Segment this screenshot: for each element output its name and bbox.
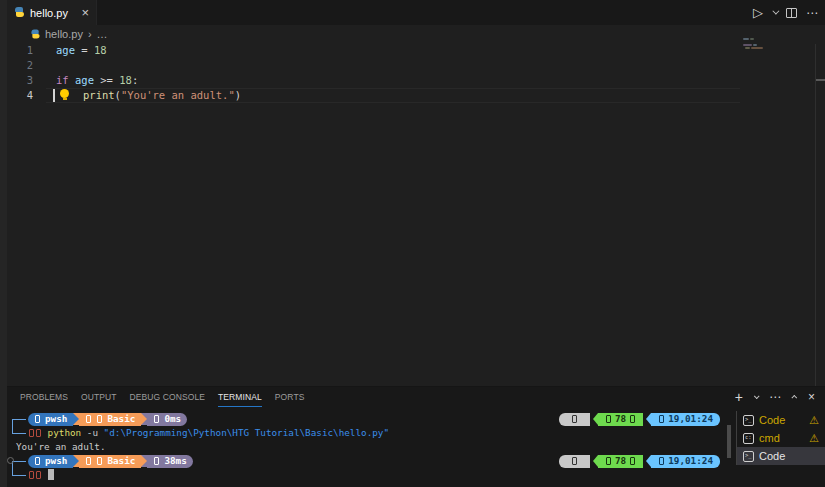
more-actions-icon[interactable]: ⋯ bbox=[806, 6, 819, 20]
terminal-prompt-row-1: pwsh Basic 0ms 78 19,01:24 bbox=[10, 412, 735, 426]
breadcrumb[interactable]: hello.py › … bbox=[7, 25, 825, 43]
breadcrumb-file[interactable]: hello.py bbox=[45, 28, 83, 40]
terminal-tab-label: Code bbox=[759, 450, 785, 462]
prompt-marker-circle bbox=[7, 457, 14, 464]
code-line-3: 3 if age >= 18: bbox=[7, 73, 825, 88]
tab-hello-py[interactable]: hello.py × bbox=[7, 0, 97, 25]
tab-output[interactable]: OUTPUT bbox=[81, 387, 117, 407]
line-number-1: 1 bbox=[7, 43, 33, 58]
status-icon bbox=[572, 415, 577, 423]
overview-ruler bbox=[815, 44, 816, 386]
split-editor-icon[interactable] bbox=[786, 8, 797, 18]
time-value: 19,01:24 bbox=[668, 412, 713, 426]
code-line-1: 1 age = 18 bbox=[7, 43, 825, 58]
line-number-4: 4 bbox=[7, 88, 33, 103]
token: age bbox=[56, 44, 75, 56]
close-tab-icon[interactable]: × bbox=[81, 8, 89, 18]
env-icon bbox=[97, 415, 102, 423]
token: if bbox=[56, 74, 69, 86]
token: print bbox=[83, 89, 115, 101]
editor-actions: ▷ ⋯ bbox=[753, 0, 819, 25]
tab-label: hello.py bbox=[30, 7, 68, 19]
terminal-cursor bbox=[48, 469, 54, 480]
tab-problems[interactable]: PROBLEMS bbox=[20, 387, 68, 407]
command-path: "d:\Programming\Python\HTG Tutorial\Basi… bbox=[104, 427, 389, 438]
terminal[interactable]: pwsh Basic 0ms 78 19,01:24 python -u "d:… bbox=[0, 411, 735, 487]
overview-cursor-marker bbox=[816, 79, 825, 81]
minimap[interactable] bbox=[743, 38, 822, 386]
command-program: python bbox=[48, 427, 82, 438]
tab-debug-console[interactable]: DEBUG CONSOLE bbox=[130, 387, 205, 407]
token: ) bbox=[235, 89, 241, 101]
run-dropdown-icon[interactable] bbox=[772, 8, 779, 15]
command-flag: -u bbox=[81, 427, 103, 438]
terminal-tab-label: Code bbox=[759, 414, 785, 426]
lightbulb-icon[interactable] bbox=[59, 89, 70, 101]
token: age bbox=[75, 74, 94, 86]
prompt-duration: 38ms bbox=[164, 454, 186, 468]
token: 18 bbox=[119, 74, 132, 86]
cmd-icon bbox=[743, 433, 754, 444]
token: "You're an adult." bbox=[121, 89, 235, 101]
panel-actions: + ⋯ × bbox=[735, 387, 815, 407]
editor[interactable]: 1 age = 18 2 3 if age >= 18: 4 print("Yo… bbox=[7, 43, 825, 386]
warning-icon: ⚠ bbox=[809, 415, 819, 426]
terminal-tab-code-1[interactable]: Code ⚠ bbox=[737, 411, 825, 429]
code-line-2: 2 bbox=[7, 58, 825, 73]
breadcrumb-more[interactable]: … bbox=[97, 28, 108, 40]
battery-value: 78 bbox=[615, 454, 626, 468]
terminal-tabs-list: Code ⚠ cmd ⚠ Code bbox=[736, 411, 825, 465]
terminal-scrollbar[interactable] bbox=[727, 425, 731, 458]
token: 18 bbox=[94, 44, 107, 56]
duration-icon bbox=[154, 415, 159, 423]
token: : bbox=[132, 74, 138, 86]
left-rail bbox=[0, 0, 7, 487]
terminal-command-row: python -u "d:\Programming\Python\HTG Tut… bbox=[10, 426, 735, 440]
breadcrumb-separator: › bbox=[88, 28, 92, 40]
panel-tabs: PROBLEMS OUTPUT DEBUG CONSOLE TERMINAL P… bbox=[20, 387, 304, 407]
time-value: 19,01:24 bbox=[668, 454, 713, 468]
warning-icon: ⚠ bbox=[809, 433, 819, 444]
battery-value: 78 bbox=[615, 412, 626, 426]
terminal-output-row: You're an adult. bbox=[16, 440, 735, 454]
terminal-tab-code-2[interactable]: Code bbox=[737, 447, 825, 465]
breadcrumb-python-icon bbox=[31, 29, 41, 39]
tab-ports[interactable]: PORTS bbox=[275, 387, 305, 407]
panel-more-icon[interactable]: ⋯ bbox=[769, 390, 782, 404]
run-python-icon[interactable]: ▷ bbox=[753, 6, 763, 19]
editor-cursor bbox=[53, 89, 55, 102]
prompt-duration: 0ms bbox=[164, 412, 181, 426]
battery-icon bbox=[606, 415, 611, 423]
tab-terminal[interactable]: TERMINAL bbox=[218, 387, 262, 407]
python-icon bbox=[14, 7, 25, 18]
prompt-status-2: 78 19,01:24 bbox=[559, 455, 720, 468]
panel: PROBLEMS OUTPUT DEBUG CONSOLE TERMINAL P… bbox=[0, 386, 825, 487]
prompt-status-1: 78 19,01:24 bbox=[559, 413, 720, 426]
line-number-2: 2 bbox=[7, 58, 33, 73]
close-panel-icon[interactable]: × bbox=[808, 390, 815, 404]
terminal-input-row[interactable] bbox=[10, 468, 735, 482]
terminal-dropdown-icon[interactable] bbox=[754, 393, 760, 399]
prompt-shell: pwsh bbox=[45, 454, 67, 468]
output-text: You're an adult. bbox=[16, 441, 106, 452]
maximize-panel-icon[interactable] bbox=[791, 395, 797, 401]
terminal-tab-cmd[interactable]: cmd ⚠ bbox=[737, 429, 825, 447]
new-terminal-icon[interactable]: + bbox=[735, 390, 743, 404]
line-number-3: 3 bbox=[7, 73, 33, 88]
terminal-prompt-row-2: pwsh Basic 38ms 78 19,01:24 bbox=[10, 454, 735, 468]
prompt-shell: pwsh bbox=[45, 412, 67, 426]
token: >= bbox=[94, 74, 119, 86]
terminal-icon bbox=[743, 415, 754, 426]
terminal-icon bbox=[743, 451, 754, 462]
terminal-tab-label: cmd bbox=[759, 432, 780, 444]
code-line-4: 4 print("You're an adult.") bbox=[7, 88, 825, 103]
pwsh-icon bbox=[35, 415, 40, 423]
prompt-env: Basic bbox=[107, 412, 135, 426]
tab-bar: hello.py × ▷ ⋯ bbox=[7, 0, 825, 25]
prompt-env: Basic bbox=[107, 454, 135, 468]
token: = bbox=[75, 44, 94, 56]
clock-icon bbox=[659, 415, 664, 423]
